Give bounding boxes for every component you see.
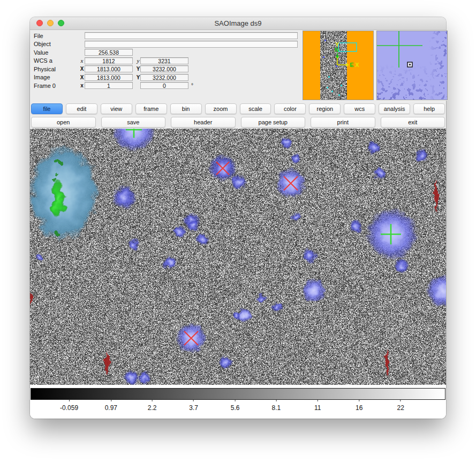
image-label: Image (34, 74, 79, 80)
colorbar-ticks: -0.0590.972.23.75.68.1111622 (31, 399, 445, 416)
info-row-image: Image X 1813.000 Y 3232.000 (34, 73, 301, 82)
image-display[interactable] (30, 129, 446, 385)
magnifier-panel[interactable] (376, 31, 448, 100)
panner-speck (327, 87, 328, 88)
tick-mark (235, 399, 236, 401)
menu-view[interactable]: view (101, 103, 132, 114)
menu-scale[interactable]: scale (240, 103, 271, 114)
star-blob (303, 249, 316, 263)
menu-bin[interactable]: bin (170, 103, 202, 114)
magnifier-canvas[interactable] (377, 31, 447, 100)
title-bar[interactable]: SAOImage ds9 (30, 17, 446, 30)
colorbar-tick: 16 (356, 399, 362, 412)
star-blob (302, 279, 326, 302)
tick-mark (193, 399, 194, 401)
tick-mark (318, 399, 318, 401)
menu-wcs[interactable]: wcs (344, 103, 375, 114)
wcs-label: WCS a (34, 57, 79, 64)
save-button[interactable]: save (101, 117, 166, 128)
image-x-field[interactable]: 1813.000 (85, 74, 133, 81)
tick-mark (401, 399, 401, 401)
menu-region[interactable]: region (309, 103, 341, 114)
file-action-row: open save header page setup print exit (31, 117, 445, 128)
tick-label: 0.97 (105, 404, 117, 412)
header-button[interactable]: header (171, 117, 236, 128)
tick-mark (69, 399, 70, 401)
wcs-y-field[interactable]: 3231 (140, 57, 188, 64)
star-blob (350, 220, 362, 233)
frame-zoom-field[interactable]: 1 (85, 82, 133, 89)
tick-mark (276, 399, 276, 401)
menu-zoom[interactable]: zoom (205, 103, 237, 114)
panner-panel[interactable]: YNEX (303, 31, 374, 100)
menu-help[interactable]: help (413, 103, 445, 114)
panner-speck (338, 94, 340, 96)
menu-analysis[interactable]: analysis (379, 103, 410, 114)
info-panel: File Object Value 256.538 WCS a x 1812 y… (34, 32, 301, 90)
image-x-sublabel: X (79, 74, 85, 80)
frame-label: Frame 0 (34, 83, 79, 89)
menu-color[interactable]: color (274, 103, 306, 114)
panner-speck (336, 65, 337, 67)
colorbar-gradient[interactable] (31, 388, 445, 400)
tick-label: 16 (356, 404, 362, 412)
star-blob (367, 141, 380, 154)
file-field[interactable] (85, 32, 298, 39)
star-blob (35, 254, 44, 262)
minimize-button[interactable] (47, 20, 54, 26)
physical-label: Physical (34, 66, 79, 72)
value-label: Value (34, 49, 79, 56)
info-row-object: Object (34, 40, 301, 49)
object-field[interactable] (85, 41, 298, 48)
star-blob (187, 219, 200, 232)
star-blob (374, 167, 387, 180)
star-blob (291, 153, 301, 163)
colorbar-tick: 11 (314, 399, 321, 412)
starfield-canvas[interactable] (30, 129, 446, 385)
image-y-sublabel: Y (136, 74, 140, 80)
star-blob (112, 185, 136, 209)
star-blob (233, 312, 241, 321)
physical-y-field[interactable]: 3232.000 (140, 65, 188, 72)
tick-label: 5.6 (231, 404, 240, 412)
compass-x-label: X (355, 62, 359, 68)
close-button[interactable] (36, 20, 43, 26)
file-label: File (34, 33, 79, 39)
wcs-x-field[interactable]: 1812 (85, 57, 133, 64)
star-blob (281, 137, 292, 149)
star-blob (290, 212, 301, 222)
info-row-value: Value 256.538 (34, 48, 301, 57)
frame-zoom-sublabel: x (79, 83, 85, 88)
ds9-window: SAOImage ds9 File Object Value 256.538 W… (30, 17, 446, 419)
green-speck (56, 160, 62, 166)
menu-frame[interactable]: frame (135, 103, 167, 114)
frame-rotate-field[interactable]: 0 (140, 82, 188, 89)
tick-label: -0.059 (60, 404, 78, 412)
menu-edit[interactable]: edit (66, 103, 97, 114)
menu-button-row: file edit view frame bin zoom scale colo… (31, 103, 445, 114)
tick-mark (152, 399, 153, 401)
physical-x-field[interactable]: 1813.000 (85, 65, 133, 72)
zoom-window-button[interactable] (58, 20, 64, 26)
page-setup-button[interactable]: page setup (241, 117, 306, 128)
open-button[interactable]: open (31, 117, 96, 128)
print-button[interactable]: print (311, 117, 375, 128)
compass-n-label: N (335, 47, 339, 53)
value-field[interactable]: 256.538 (85, 49, 133, 56)
wcs-y-sublabel: y (136, 57, 140, 64)
image-y-field[interactable]: 3232.000 (140, 74, 188, 81)
panner-canvas[interactable]: YNEX (303, 31, 373, 100)
info-row-frame: Frame 0 x 1 0 ° (34, 81, 301, 90)
panner-strip-noise (320, 31, 347, 100)
menu-file[interactable]: file (31, 103, 63, 114)
object-label: Object (34, 41, 79, 47)
panner-speck (323, 56, 324, 58)
degree-suffix: ° (191, 83, 193, 88)
exit-button[interactable]: exit (381, 117, 445, 128)
saturated-star (30, 146, 97, 240)
star-blob (124, 370, 139, 385)
magnifier-cursor-dot (409, 64, 411, 65)
star-blob (394, 258, 409, 273)
colorbar-tick: 5.6 (231, 399, 240, 412)
window-title: SAOImage ds9 (30, 17, 446, 29)
